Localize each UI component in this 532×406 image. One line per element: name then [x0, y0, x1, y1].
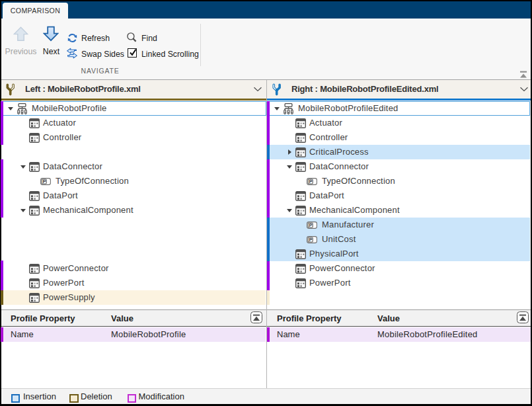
svg-text:P: P — [309, 237, 313, 243]
svg-text:P: P — [309, 179, 313, 184]
svg-text:P: P — [43, 179, 46, 184]
svg-text:P: P — [309, 222, 313, 228]
